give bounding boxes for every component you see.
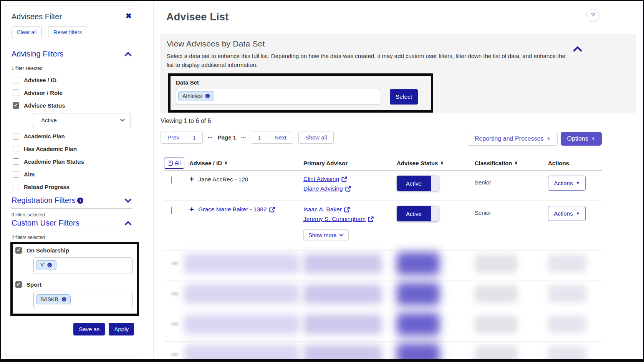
header-label: Primary Advisor <box>303 160 348 166</box>
expand-row-icon[interactable]: + <box>189 206 194 213</box>
advisor-link[interactable]: Jeremy S. Cunningham <box>303 216 397 223</box>
filter-row-academic-plan-status: Academic Plan Status <box>13 158 132 165</box>
show-all-group: Show all <box>298 131 334 144</box>
tag-value: Y <box>40 262 44 268</box>
filter-label: Aim <box>24 171 35 178</box>
page-1-button[interactable]: 1 <box>186 131 202 143</box>
next-page-button[interactable]: Next <box>268 131 293 143</box>
divider <box>12 231 132 231</box>
advisee-status-select[interactable]: Active <box>32 113 131 127</box>
blurred-status-toggle <box>397 282 440 306</box>
filter-row-academic-plan: Academic Plan <box>13 132 132 140</box>
advising-filters-section-header[interactable]: Advising Filters <box>12 50 132 58</box>
custom-user-filters-section-header[interactable]: Custom User Filters <box>12 219 132 227</box>
advisee-status-toggle[interactable]: Active <box>397 206 439 221</box>
row-actions-button[interactable]: Actions ▼ <box>548 206 586 221</box>
chevron-down-icon <box>120 118 125 122</box>
advisor-name: Diane Advising <box>303 185 343 192</box>
highlight-box-data-set: Data Set Athletes ⊗ Select <box>168 73 433 113</box>
advisee-id-checkbox[interactable] <box>13 77 19 83</box>
reset-filters-button[interactable]: Reset filters <box>48 27 87 38</box>
collapse-panel-button[interactable] <box>573 46 582 53</box>
row-checkbox[interactable] <box>171 207 172 214</box>
sport-checkbox[interactable] <box>15 281 22 288</box>
select-all-button[interactable]: All <box>164 158 184 169</box>
filter-label: Academic Plan Status <box>24 158 84 165</box>
advisee-status-checkbox[interactable] <box>13 102 19 109</box>
show-all-button[interactable]: Show all <box>299 131 334 143</box>
close-icon[interactable]: ✖ <box>126 12 132 20</box>
help-button[interactable]: ? <box>586 9 599 22</box>
prev-page-button[interactable]: Prev <box>161 131 186 143</box>
divider <box>12 62 132 62</box>
show-more-button[interactable]: Show more <box>303 229 349 241</box>
advisor-link[interactable]: Isaac A. Baker <box>303 206 397 213</box>
reload-progress-checkbox[interactable] <box>13 184 19 190</box>
academic-plan-status-checkbox[interactable] <box>13 158 19 165</box>
classification-value: Senior <box>475 206 548 246</box>
table-row-blurred <box>164 250 602 276</box>
remove-tag-icon[interactable]: ⊗ <box>205 93 210 99</box>
advisee-name-link[interactable]: Grace Marie Baker - 1382 <box>198 206 275 213</box>
pagination: Prev 1 ••• Page 1 ••• 1 Next Show all <box>161 131 334 144</box>
view-advisees-by-dataset-panel: View Advisees by Data Set Select a data … <box>160 34 636 113</box>
toggle-handle <box>431 176 439 191</box>
data-set-input[interactable]: Athletes ⊗ <box>176 89 380 105</box>
remove-tag-icon[interactable]: ⊗ <box>61 296 66 302</box>
advisor-link[interactable]: Clint Advising <box>303 176 397 183</box>
filter-row-advisee-status: Advisee Status <box>13 101 132 109</box>
blurred-actions-button <box>548 255 586 272</box>
options-label: Options <box>567 135 588 142</box>
on-scholarship-checkbox[interactable] <box>15 247 22 254</box>
expand-row-icon[interactable]: + <box>189 176 194 183</box>
caret-down-icon: ▼ <box>576 212 580 216</box>
filter-tag: BASKB ⊗ <box>36 294 71 304</box>
select-dataset-button[interactable]: Select <box>390 89 418 105</box>
filter-row-sport: Sport <box>15 281 137 288</box>
registration-filters-section-header[interactable]: Registration Filters i <box>12 196 132 205</box>
sort-icon: ▲▼ <box>515 161 518 165</box>
on-scholarship-input[interactable]: Y ⊗ <box>33 257 132 274</box>
remove-tag-icon[interactable]: ⊗ <box>47 262 52 268</box>
status-label: Active <box>397 176 431 191</box>
advisee-name: Jane AccRec - 120 <box>198 176 248 183</box>
table-row-blurred <box>164 341 602 362</box>
blurred-advisee-name <box>184 314 299 334</box>
advisor-role-checkbox[interactable] <box>13 90 19 96</box>
blurred-advisor <box>303 284 382 304</box>
column-header-advisee-id[interactable]: Advisee / ID ▲▼ <box>189 160 303 166</box>
options-button[interactable]: Options ▼ <box>561 132 602 146</box>
column-header-classification[interactable]: Classification ▲▼ <box>475 160 548 166</box>
blurred-advisor <box>303 254 382 274</box>
viewing-summary: Viewing 1 to 6 of 6 <box>161 118 211 125</box>
advisee-status-toggle[interactable]: Active <box>397 176 439 191</box>
save-as-button[interactable]: Save as <box>73 323 105 335</box>
row-actions-button[interactable]: Actions ▼ <box>548 176 586 191</box>
blurred-classification <box>475 316 518 333</box>
row-checkbox[interactable] <box>171 176 172 184</box>
dataset-panel-heading: View Advisees by Data Set <box>167 39 629 48</box>
filter-row-reload-progress: Reload Progress <box>13 183 132 191</box>
clear-all-button[interactable]: Clear all <box>12 27 42 38</box>
has-academic-plan-checkbox[interactable] <box>13 146 19 152</box>
apply-button[interactable]: Apply <box>109 323 134 335</box>
reporting-and-processes-button[interactable]: Reporting and Processes ▼ <box>468 132 558 146</box>
aim-checkbox[interactable] <box>13 171 19 178</box>
blurred-status-toggle <box>397 252 440 275</box>
chevron-up-icon <box>573 46 582 52</box>
sport-input[interactable]: BASKB ⊗ <box>33 292 132 308</box>
column-header-advisee-status[interactable]: Advisee Status ▲▼ <box>397 160 475 166</box>
filter-row-has-academic-plan: Has Academic Plan <box>13 145 132 153</box>
header-label: Advisee / ID <box>189 160 222 166</box>
advising-filters-title: Advising Filters <box>12 50 64 58</box>
info-icon[interactable]: i <box>77 198 83 204</box>
last-page-button[interactable]: 1 <box>251 131 267 143</box>
show-more-label: Show more <box>308 232 336 238</box>
advisor-link[interactable]: Diane Advising <box>303 185 397 192</box>
actions-label: Actions <box>554 180 573 186</box>
blurred-checkbox <box>171 292 178 295</box>
registration-selected-count: 0 filters selected <box>12 212 132 218</box>
chevron-down-icon <box>339 234 344 237</box>
divider <box>153 1 154 359</box>
academic-plan-checkbox[interactable] <box>13 133 19 139</box>
